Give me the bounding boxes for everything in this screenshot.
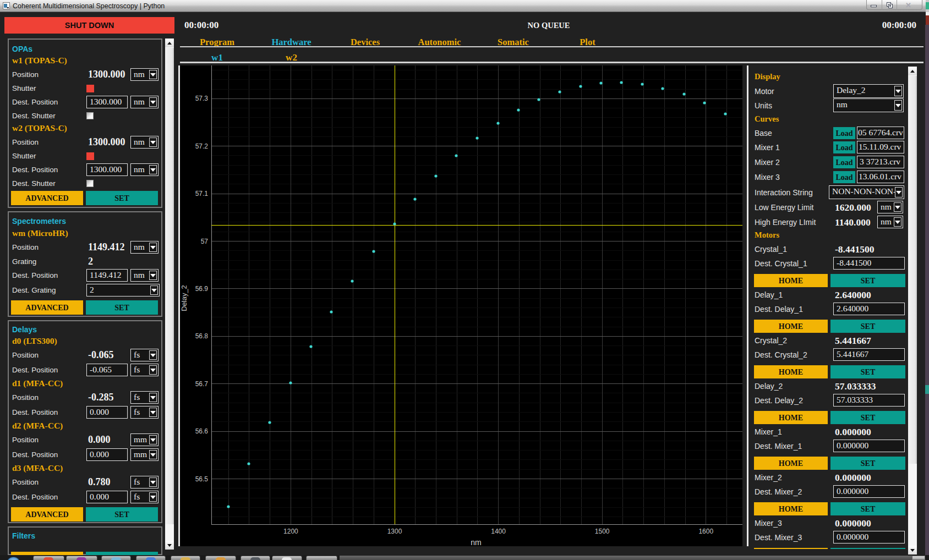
svg-text:1400: 1400 (491, 528, 506, 535)
svg-text:57: 57 (201, 238, 209, 245)
svg-text:1500: 1500 (595, 528, 610, 535)
svg-text:nm: nm (471, 538, 481, 546)
svg-text:1200: 1200 (283, 528, 298, 535)
svg-text:57.2: 57.2 (195, 142, 209, 150)
svg-text:1300: 1300 (387, 528, 402, 535)
svg-text:56.7: 56.7 (195, 380, 209, 388)
svg-text:56.9: 56.9 (195, 285, 209, 293)
svg-text:57.1: 57.1 (195, 190, 209, 197)
svg-text:57.3: 57.3 (195, 95, 209, 102)
svg-text:56.5: 56.5 (195, 475, 209, 483)
svg-text:56.6: 56.6 (195, 427, 209, 435)
svg-text:1600: 1600 (698, 528, 713, 535)
svg-text:Delay_2: Delay_2 (180, 285, 188, 311)
svg-text:56.8: 56.8 (195, 332, 209, 340)
